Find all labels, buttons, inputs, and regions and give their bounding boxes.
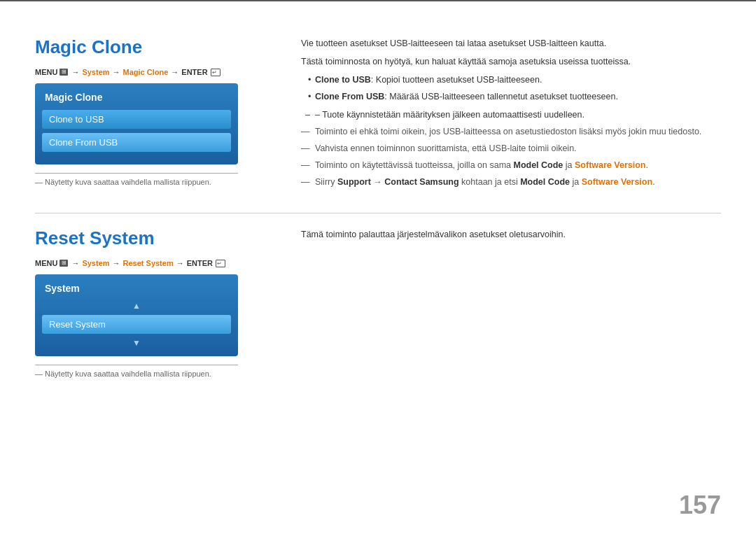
reset-system-desc: Tämä toiminto palauttaa järjestelmävalik… <box>301 227 721 241</box>
support-mid: kohtaan ja etsi <box>459 177 521 187</box>
menu-label: MENU <box>35 68 57 76</box>
menu-icon: ⊞ <box>59 69 68 76</box>
rs-system-label: System <box>82 259 109 267</box>
rs-arrow1: → <box>71 259 79 267</box>
reset-system-title: Reset System <box>35 227 273 249</box>
support-note: Siirry Support → Contact Samsung kohtaan… <box>301 175 721 189</box>
clone-to-usb-text: : Kopioi tuotteen asetukset USB-laittees… <box>371 75 542 85</box>
clone-from-usb-text: : Määrää USB-laitteeseen tallennetut ase… <box>384 92 618 101</box>
model-code-bold1: Model Code <box>513 160 563 170</box>
system-label: System <box>82 68 109 76</box>
support-bold: Support <box>337 177 371 187</box>
clone-to-usb-bold: Clone to USB <box>315 75 371 85</box>
desc-line2: Tästä toiminnosta on hyötyä, kun haluat … <box>301 55 721 69</box>
reset-system-right: Tämä toiminto palauttaa järjestelmävalik… <box>294 227 721 378</box>
clone-from-usb-bold: Clone From USB <box>315 92 384 101</box>
support-end: . <box>652 177 654 187</box>
support-arrow: → <box>371 177 384 187</box>
bullet-clone-from-usb: Clone From USB: Määrää USB-laitteeseen t… <box>308 90 721 104</box>
reset-system-item[interactable]: Reset System <box>42 315 231 334</box>
rs-menu-label: MENU <box>35 259 57 267</box>
bullet-clone-to-usb: Clone to USB: Kopioi tuotteen asetukset … <box>308 73 721 87</box>
section-divider <box>35 213 721 213</box>
reset-system-panel: System ▲ Reset System ▼ <box>35 274 238 356</box>
note-item-1: Toiminto ei ehkä toimi oikein, jos USB-l… <box>301 125 721 139</box>
rs-enter-icon <box>216 260 225 267</box>
system-up-arrow: ▲ <box>42 301 231 311</box>
reset-system-section: Reset System MENU ⊞ → System → Reset Sys… <box>35 227 721 378</box>
top-rule <box>0 0 756 1</box>
clone-from-usb-item[interactable]: Clone From USB <box>42 133 231 152</box>
support-mid2: ja <box>570 177 582 187</box>
magic-clone-title: Magic Clone <box>35 36 273 58</box>
reset-system-left: Reset System MENU ⊞ → System → Reset Sys… <box>35 227 294 378</box>
model-code-bold2: Model Code <box>520 177 570 187</box>
magic-clone-right: Vie tuotteen asetukset USB-laitteeseen t… <box>294 36 721 192</box>
rs-reset-system-label: Reset System <box>123 259 174 267</box>
bullets-list: Clone to USB: Kopioi tuotteen asetukset … <box>301 73 721 104</box>
system-down-arrow: ▼ <box>42 338 231 348</box>
magic-clone-label: Magic Clone <box>123 68 169 76</box>
panel-title: Magic Clone <box>42 92 231 103</box>
model-code-end: . <box>645 160 648 170</box>
model-code-mid: ja <box>563 160 575 170</box>
enter-label: ENTER <box>181 68 207 76</box>
magic-clone-panel: Magic Clone Clone to USB Clone From USB <box>35 83 238 164</box>
reset-system-caption: Näytetty kuva saattaa vaihdella mallista… <box>35 365 238 378</box>
magic-clone-caption: Näytetty kuva saattaa vaihdella mallista… <box>35 173 238 186</box>
magic-clone-menu-path: MENU ⊞ → System → Magic Clone → ENTER <box>35 68 273 76</box>
note-item-2: Vahvista ennen toiminnon suorittamista, … <box>301 141 721 155</box>
magic-clone-left: Magic Clone MENU ⊞ → System → Magic Clon… <box>35 36 294 192</box>
support-pre: Siirry <box>315 177 337 187</box>
sub-item-restart: – Tuote käynnistetään määrityksen jälkee… <box>301 108 721 122</box>
arrow2: → <box>113 68 120 76</box>
reset-system-menu-path: MENU ⊞ → System → Reset System → ENTER <box>35 259 273 267</box>
model-code-pre: Toiminto on käytettävissä tuotteissa, jo… <box>315 160 513 170</box>
arrow3: → <box>171 68 178 76</box>
contact-samsung-bold: Contact Samsung <box>384 177 458 187</box>
system-panel-title: System <box>42 283 231 294</box>
rs-arrow3: → <box>176 259 184 267</box>
rs-enter-label: ENTER <box>187 259 213 267</box>
arrow1: → <box>71 68 79 76</box>
enter-icon <box>211 69 220 76</box>
desc-line1: Vie tuotteen asetukset USB-laitteeseen t… <box>301 36 721 50</box>
magic-clone-section: Magic Clone MENU ⊞ → System → Magic Clon… <box>35 36 721 192</box>
rs-arrow2: → <box>113 259 120 267</box>
clone-to-usb-item[interactable]: Clone to USB <box>42 110 231 129</box>
software-version-bold2: Software Version <box>582 177 652 187</box>
software-version-bold1: Software Version <box>575 160 645 170</box>
page-number: 157 <box>679 491 721 520</box>
rs-menu-icon: ⊞ <box>59 260 68 267</box>
model-code-note: Toiminto on käytettävissä tuotteissa, jo… <box>301 158 721 172</box>
